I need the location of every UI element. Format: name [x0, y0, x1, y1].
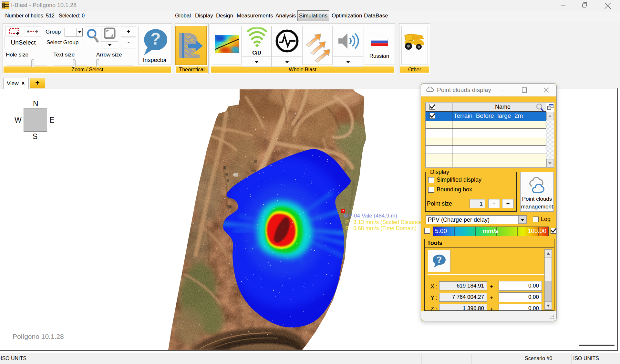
- svg-text:?: ?: [150, 29, 161, 48]
- svg-text:?: ?: [436, 255, 442, 265]
